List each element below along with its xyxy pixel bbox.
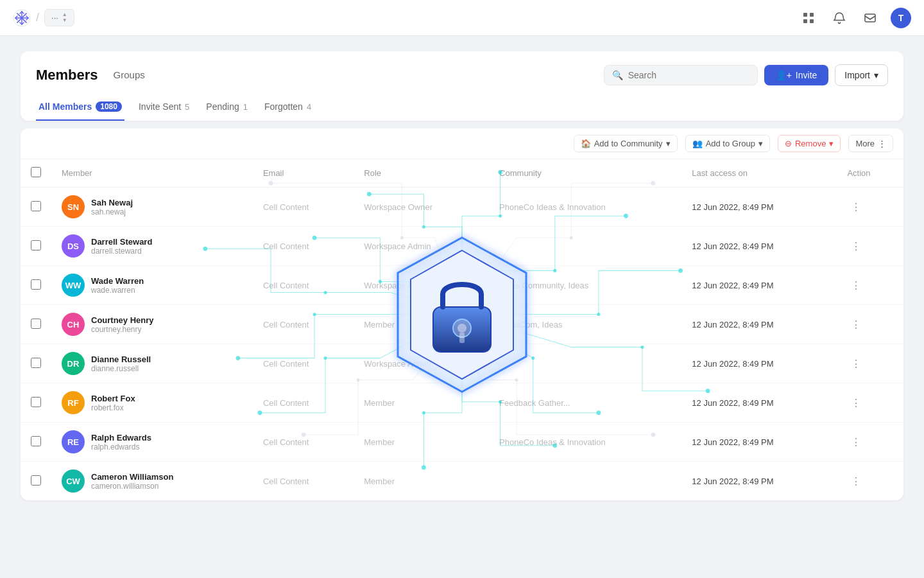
member-cell: CW Cameron Williamson cameron.williamson bbox=[51, 462, 253, 501]
remove-button[interactable]: ⊖ Remove ▾ bbox=[778, 135, 841, 152]
row-checkbox[interactable] bbox=[31, 201, 41, 211]
member-username: dianne.russell bbox=[91, 364, 151, 373]
row-checkbox[interactable] bbox=[31, 475, 41, 486]
community-cell: Ideas Community, Ideas bbox=[489, 266, 681, 305]
last-access-cell: 12 Jun 2022, 8:49 PM bbox=[681, 266, 837, 305]
row-checkbox[interactable] bbox=[31, 397, 41, 407]
action-cell: ⋮ bbox=[837, 423, 903, 462]
tab-groups[interactable]: Groups bbox=[114, 69, 145, 82]
row-checkbox[interactable] bbox=[31, 358, 41, 368]
import-chevron-icon: ▾ bbox=[874, 70, 878, 80]
import-button[interactable]: Import ▾ bbox=[835, 64, 888, 86]
th-email: Email bbox=[253, 159, 354, 188]
member-info: Cameron Williamson cameron.williamson bbox=[91, 472, 173, 491]
email-cell: Cell Content bbox=[253, 305, 354, 344]
nav-right: T bbox=[798, 8, 911, 28]
more-button[interactable]: More ⋮ bbox=[848, 135, 893, 152]
member-avatar: CH bbox=[62, 313, 85, 336]
member-info: Dianne Russell dianne.russell bbox=[91, 355, 151, 373]
grid-icon[interactable] bbox=[798, 8, 819, 28]
email-cell: Cell Content bbox=[253, 423, 354, 462]
add-group-chevron: ▾ bbox=[758, 139, 763, 148]
tab-pending[interactable]: Pending 1 bbox=[203, 96, 250, 121]
app-logo[interactable] bbox=[13, 9, 31, 27]
member-username: darrell.steward bbox=[91, 247, 152, 256]
member-avatar: SN bbox=[62, 195, 85, 218]
svg-rect-13 bbox=[803, 13, 807, 17]
main-content: Members Groups 🔍 👤+ Invite Import ▾ bbox=[0, 36, 924, 578]
add-group-button[interactable]: 👥 Add to Group ▾ bbox=[685, 135, 770, 152]
tab-forgotten-label: Forgotten bbox=[264, 101, 303, 112]
svg-rect-17 bbox=[865, 14, 875, 22]
role-cell: Workspace Admin bbox=[354, 344, 489, 383]
member-username: robert.fox bbox=[91, 403, 135, 412]
last-access-cell: 12 Jun 2022, 8:49 PM bbox=[681, 188, 837, 227]
row-action-button[interactable]: ⋮ bbox=[847, 237, 865, 255]
member-avatar: RF bbox=[62, 391, 85, 414]
filter-tabs: All Members 1080 Invite Sent 5 Pending 1… bbox=[36, 96, 888, 121]
page-header: Members Groups 🔍 👤+ Invite Import ▾ bbox=[21, 51, 903, 121]
role-cell: Workspace Admin bbox=[354, 266, 489, 305]
action-cell: ⋮ bbox=[837, 344, 903, 383]
row-checkbox[interactable] bbox=[31, 319, 41, 329]
tab-invite-sent[interactable]: Invite Sent 5 bbox=[136, 96, 192, 121]
tab-invite-sent-label: Invite Sent bbox=[139, 101, 181, 112]
row-checkbox-cell bbox=[21, 383, 51, 423]
th-checkbox bbox=[21, 159, 51, 188]
svg-rect-16 bbox=[810, 19, 814, 23]
community-cell: PhoneCo Ideas & Innovation bbox=[489, 188, 681, 227]
row-checkbox-cell bbox=[21, 462, 51, 501]
bell-icon[interactable] bbox=[829, 8, 850, 28]
member-name: Cameron Williamson bbox=[91, 472, 173, 482]
email-cell: Cell Content bbox=[253, 227, 354, 266]
table-row: CW Cameron Williamson cameron.williamson… bbox=[21, 462, 903, 501]
last-access-cell: 12 Jun 2022, 8:49 PM bbox=[681, 462, 837, 501]
action-bar: 🏠 Add to Community ▾ 👥 Add to Group ▾ ⊖ … bbox=[21, 128, 903, 159]
role-cell: Workspace Admin bbox=[354, 227, 489, 266]
th-member: Member bbox=[51, 159, 253, 188]
row-action-button[interactable]: ⋮ bbox=[847, 315, 865, 333]
community-cell: IdeasCom, Ideas bbox=[489, 305, 681, 344]
invite-button[interactable]: 👤+ Invite bbox=[764, 65, 829, 85]
tab-all-members-label: All Members bbox=[38, 101, 92, 112]
mail-icon[interactable] bbox=[860, 8, 880, 28]
stepper-up[interactable]: ▲ bbox=[62, 12, 67, 17]
row-action-button[interactable]: ⋮ bbox=[847, 472, 865, 490]
row-checkbox[interactable] bbox=[31, 436, 41, 446]
nav-slash: / bbox=[36, 11, 39, 24]
stepper-down[interactable]: ▼ bbox=[62, 18, 67, 23]
row-action-button[interactable]: ⋮ bbox=[847, 394, 865, 412]
add-group-label: Add to Group bbox=[706, 139, 755, 148]
row-checkbox[interactable] bbox=[31, 240, 41, 250]
email-cell: Cell Content bbox=[253, 344, 354, 383]
member-name: Ralph Edwards bbox=[91, 433, 151, 442]
email-cell: Cell Content bbox=[253, 462, 354, 501]
role-cell: Workspace Owner bbox=[354, 188, 489, 227]
import-label: Import bbox=[844, 70, 870, 80]
search-input[interactable] bbox=[628, 70, 749, 80]
row-action-button[interactable]: ⋮ bbox=[847, 433, 865, 451]
row-action-button[interactable]: ⋮ bbox=[847, 198, 865, 216]
th-community: Community bbox=[489, 159, 681, 188]
row-checkbox[interactable] bbox=[31, 279, 41, 290]
member-cell: RE Ralph Edwards ralph.edwards bbox=[51, 423, 253, 462]
row-action-button[interactable]: ⋮ bbox=[847, 276, 865, 294]
member-username: wade.warren bbox=[91, 286, 144, 295]
member-avatar: RE bbox=[62, 430, 85, 453]
member-username: ralph.edwards bbox=[91, 442, 151, 451]
member-username: courtney.henry bbox=[91, 325, 154, 334]
tab-all-members[interactable]: All Members 1080 bbox=[36, 96, 124, 121]
select-all-checkbox[interactable] bbox=[31, 167, 41, 177]
search-icon: 🔍 bbox=[612, 70, 623, 80]
user-avatar[interactable]: T bbox=[891, 8, 911, 28]
search-bar[interactable]: 🔍 bbox=[604, 65, 758, 85]
action-cell: ⋮ bbox=[837, 227, 903, 266]
row-action-button[interactable]: ⋮ bbox=[847, 355, 865, 372]
tab-forgotten[interactable]: Forgotten 4 bbox=[262, 96, 314, 121]
th-role: Role bbox=[354, 159, 489, 188]
community-cell: PhoneCo Ideas & Innovation bbox=[489, 423, 681, 462]
nav-stepper[interactable]: ▲ ▼ bbox=[62, 12, 67, 23]
add-community-button[interactable]: 🏠 Add to Community ▾ bbox=[574, 135, 678, 152]
member-avatar: DS bbox=[62, 234, 85, 258]
nav-breadcrumb[interactable]: ··· ▲ ▼ bbox=[44, 9, 74, 26]
